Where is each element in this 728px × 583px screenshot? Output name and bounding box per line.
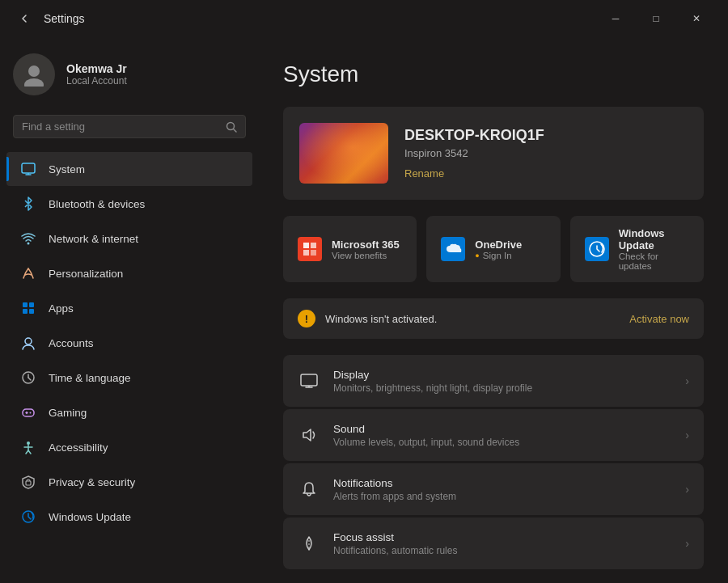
- notifications-text: Notifications Alerts from apps and syste…: [333, 477, 672, 502]
- page-title: System: [283, 61, 704, 87]
- rename-button[interactable]: Rename: [404, 167, 444, 180]
- user-info: Okemwa Jr Local Account: [66, 62, 127, 87]
- device-card: DESKTOP-KROIQ1F Inspiron 3542 Rename: [283, 107, 704, 200]
- time-icon: [19, 369, 37, 387]
- ms365-title: Microsoft 365: [332, 239, 400, 251]
- warning-bar: ! Windows isn't activated. Activate now: [283, 298, 704, 339]
- back-button[interactable]: [13, 7, 36, 30]
- sidebar-item-personalization[interactable]: Personalization: [6, 256, 252, 290]
- sound-icon: [298, 424, 320, 446]
- warning-left: ! Windows isn't activated.: [298, 310, 437, 327]
- svg-rect-16: [23, 409, 34, 416]
- ms365-info: Microsoft 365 View benefits: [332, 239, 400, 260]
- svg-rect-28: [311, 243, 316, 248]
- winupdate-info: Windows Update Check for updates: [619, 227, 689, 271]
- svg-point-0: [28, 65, 40, 77]
- user-name: Okemwa Jr: [66, 62, 127, 75]
- sidebar: Okemwa Jr Local Account System: [0, 37, 259, 583]
- settings-item-notifications[interactable]: Notifications Alerts from apps and syste…: [283, 463, 704, 515]
- sidebar-item-windowsupdate[interactable]: Windows Update: [6, 500, 252, 534]
- device-info: DESKTOP-KROIQ1F Inspiron 3542 Rename: [404, 127, 544, 180]
- focus-subtitle: Notifications, automatic rules: [333, 545, 672, 556]
- maximize-button[interactable]: □: [637, 6, 675, 31]
- sidebar-item-accessibility[interactable]: Accessibility: [6, 430, 252, 464]
- settings-list: Display Monitors, brightness, night ligh…: [283, 355, 704, 569]
- sidebar-item-label: Bluetooth & devices: [49, 198, 145, 210]
- onedrive-subtitle: ● Sign In: [475, 251, 522, 260]
- svg-point-19: [30, 412, 32, 414]
- title-bar: Settings ─ □ ✕: [0, 0, 728, 37]
- network-icon: [19, 230, 37, 247]
- svg-line-15: [28, 378, 31, 380]
- winupdate-icon: [585, 237, 609, 261]
- content-area: System DESKTOP-KROIQ1F Inspiron 3542 Ren…: [259, 37, 728, 583]
- svg-rect-27: [303, 243, 309, 248]
- svg-rect-9: [29, 302, 34, 307]
- search-box[interactable]: [13, 115, 246, 138]
- warning-icon: !: [298, 310, 315, 327]
- close-button[interactable]: ✕: [678, 6, 715, 31]
- privacy-icon: [19, 473, 37, 491]
- ms365-subtitle: View benefits: [332, 251, 400, 260]
- app-title: Settings: [44, 12, 85, 25]
- sidebar-item-apps[interactable]: Apps: [6, 291, 252, 325]
- bluetooth-icon: [19, 195, 37, 213]
- apps-icon: [19, 299, 37, 317]
- sidebar-item-label: Personalization: [49, 268, 123, 280]
- minimize-button[interactable]: ─: [597, 6, 634, 31]
- sidebar-item-label: Privacy & security: [49, 476, 135, 488]
- svg-line-24: [28, 450, 31, 454]
- device-thumbnail: [299, 123, 388, 184]
- sidebar-item-network[interactable]: Network & internet: [6, 222, 252, 256]
- sidebar-item-time[interactable]: Time & language: [6, 361, 252, 395]
- search-input[interactable]: [22, 120, 219, 133]
- settings-item-sound[interactable]: Sound Volume levels, output, input, soun…: [283, 409, 704, 461]
- sidebar-item-privacy[interactable]: Privacy & security: [6, 465, 252, 499]
- onedrive-title: OneDrive: [475, 239, 522, 251]
- svg-rect-25: [26, 481, 31, 485]
- sidebar-item-label: Windows Update: [49, 511, 131, 523]
- focus-title: Focus assist: [333, 531, 672, 543]
- accounts-icon: [19, 334, 37, 352]
- gaming-icon: [19, 403, 37, 421]
- focus-text: Focus assist Notifications, automatic ru…: [333, 531, 672, 556]
- search-icon: [226, 121, 237, 133]
- sidebar-item-label: Time & language: [49, 372, 131, 384]
- sidebar-item-accounts[interactable]: Accounts: [6, 326, 252, 360]
- user-profile[interactable]: Okemwa Jr Local Account: [0, 37, 259, 108]
- activate-button[interactable]: Activate now: [629, 313, 689, 325]
- notifications-subtitle: Alerts from apps and system: [333, 491, 672, 502]
- sound-title: Sound: [333, 423, 672, 435]
- quick-action-onedrive[interactable]: OneDrive ● Sign In: [426, 216, 560, 282]
- svg-rect-32: [301, 374, 317, 386]
- notifications-icon: [298, 478, 320, 501]
- quick-actions: Microsoft 365 View benefits OneDrive ● S…: [283, 216, 704, 282]
- sound-text: Sound Volume levels, output, input, soun…: [333, 423, 672, 448]
- quick-action-ms365[interactable]: Microsoft 365 View benefits: [283, 216, 417, 282]
- sidebar-item-bluetooth[interactable]: Bluetooth & devices: [6, 187, 252, 221]
- chevron-right-icon: ›: [685, 483, 689, 496]
- chevron-right-icon: ›: [685, 537, 689, 550]
- sidebar-item-system[interactable]: System: [6, 152, 252, 186]
- svg-rect-29: [303, 250, 309, 256]
- status-dot: ●: [475, 251, 479, 260]
- settings-item-display[interactable]: Display Monitors, brightness, night ligh…: [283, 355, 704, 407]
- personalization-icon: [19, 264, 37, 282]
- onedrive-info: OneDrive ● Sign In: [475, 239, 522, 260]
- svg-point-7: [28, 243, 30, 245]
- sidebar-item-label: Network & internet: [49, 233, 138, 245]
- sound-subtitle: Volume levels, output, input, sound devi…: [333, 437, 672, 448]
- svg-rect-30: [311, 250, 316, 256]
- nav-list: System Bluetooth & devices Network & int…: [0, 151, 259, 534]
- display-text: Display Monitors, brightness, night ligh…: [333, 369, 672, 394]
- window-controls: ─ □ ✕: [597, 6, 715, 31]
- settings-item-focus[interactable]: Focus assist Notifications, automatic ru…: [283, 518, 704, 569]
- svg-point-1: [24, 78, 44, 87]
- onedrive-icon: [441, 237, 465, 261]
- system-icon: [19, 160, 37, 178]
- notifications-title: Notifications: [333, 477, 672, 489]
- device-name: DESKTOP-KROIQ1F: [404, 127, 544, 144]
- svg-rect-8: [23, 302, 28, 307]
- quick-action-winupdate[interactable]: Windows Update Check for updates: [570, 216, 704, 282]
- sidebar-item-gaming[interactable]: Gaming: [6, 395, 252, 429]
